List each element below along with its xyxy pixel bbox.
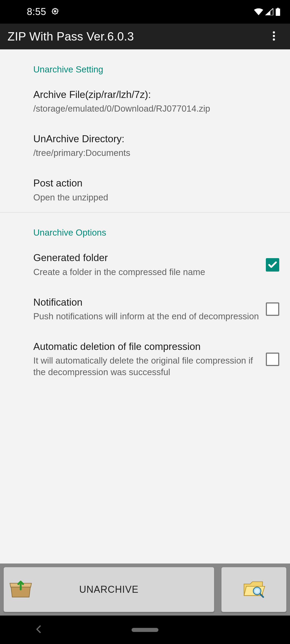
settings-content: Unarchive Setting Archive File(zip/rar/l… — [0, 49, 290, 564]
app-bar: ZIP With Pass Ver.6.0.3 — [0, 24, 290, 49]
box-extract-icon — [9, 579, 32, 600]
folder-search-icon — [242, 579, 266, 600]
setting-generated-folder[interactable]: Generated folder Create a folder in the … — [0, 243, 290, 287]
section-header-unarchive-options: Unarchive Options — [0, 213, 290, 243]
post-action-label: Post action — [33, 177, 279, 189]
unarchive-dir-label: UnArchive Directory: — [33, 133, 279, 145]
chevron-left-icon — [35, 625, 41, 633]
status-left: 8:55 — [27, 6, 59, 17]
notification-label: Notification — [33, 296, 259, 309]
notification-desc: Push notifications will inform at the en… — [33, 311, 259, 322]
signal-icon — [265, 8, 273, 15]
wifi-icon — [254, 8, 263, 15]
unarchive-dir-value: /tree/primary:Documents — [33, 147, 279, 159]
battery-icon — [276, 8, 280, 16]
setting-notification[interactable]: Notification Push notifications will inf… — [0, 287, 290, 331]
setting-unarchive-directory[interactable]: UnArchive Directory: /tree/primary:Docum… — [0, 124, 290, 168]
bottom-action-bar: UNARCHIVE — [0, 564, 290, 616]
setting-archive-file[interactable]: Archive File(zip/rar/lzh/7z): /storage/e… — [0, 79, 290, 124]
app-title: ZIP With Pass Ver.6.0.3 — [8, 30, 134, 43]
generated-folder-checkbox[interactable] — [266, 258, 279, 272]
system-nav-bar — [0, 616, 290, 644]
more-vert-icon — [273, 31, 275, 42]
generated-folder-desc: Create a folder in the compressed file n… — [33, 266, 259, 278]
archive-file-label: Archive File(zip/rar/lzh/7z): — [33, 89, 279, 101]
unarchive-button-label: UNARCHIVE — [79, 584, 139, 595]
post-action-value: Open the unzipped — [33, 192, 279, 203]
status-time: 8:55 — [27, 6, 46, 17]
svg-point-3 — [273, 35, 275, 37]
generated-folder-label: Generated folder — [33, 252, 259, 264]
nav-home-handle[interactable] — [132, 628, 158, 632]
auto-delete-desc: It will automatically delete the origina… — [33, 355, 259, 378]
auto-delete-checkbox[interactable] — [266, 353, 279, 366]
nav-back-button[interactable] — [35, 625, 41, 634]
svg-point-4 — [273, 38, 275, 41]
svg-point-2 — [273, 31, 275, 34]
status-bar: 8:55 — [0, 0, 290, 24]
setting-auto-delete[interactable]: Automatic deletion of file compression I… — [0, 331, 290, 387]
svg-point-1 — [54, 10, 56, 12]
section-header-unarchive-setting: Unarchive Setting — [0, 49, 290, 79]
status-right — [254, 8, 280, 16]
auto-delete-label: Automatic deletion of file compression — [33, 341, 259, 353]
gear-icon — [51, 7, 59, 16]
unarchive-button[interactable]: UNARCHIVE — [3, 567, 215, 612]
overflow-menu-button[interactable] — [266, 29, 281, 44]
svg-point-6 — [255, 589, 259, 593]
browse-folder-button[interactable] — [221, 567, 287, 612]
notification-checkbox[interactable] — [266, 302, 279, 316]
archive-file-value: /storage/emulated/0/Download/RJ077014.zi… — [33, 103, 279, 115]
setting-post-action[interactable]: Post action Open the unzipped — [0, 168, 290, 212]
